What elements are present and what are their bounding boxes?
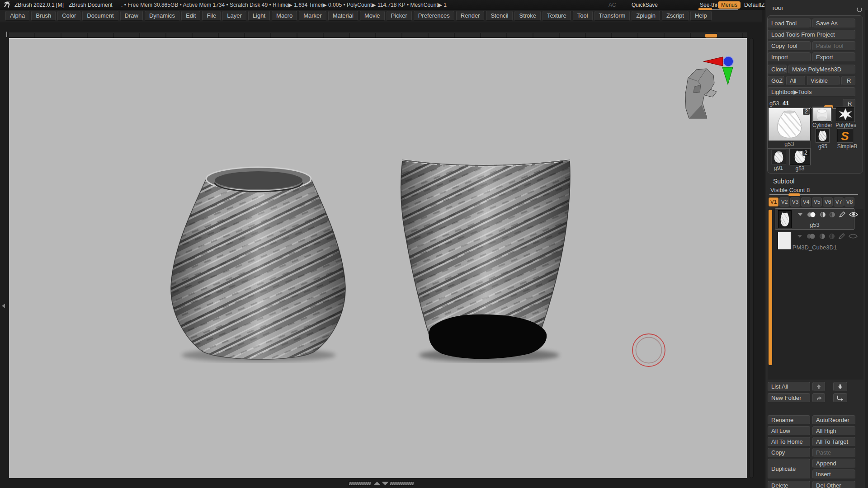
canvas-vertical-scrollbar[interactable]: [749, 38, 754, 478]
all-to-home-button[interactable]: All To Home: [768, 437, 810, 446]
duplicate-button[interactable]: Duplicate: [768, 459, 810, 479]
subtool-flipdown-icon[interactable]: [797, 233, 803, 239]
subtool-tab-v1[interactable]: V1: [769, 197, 778, 206]
tray-expand-icon[interactable]: [373, 482, 381, 485]
polypaint-toggle-icon[interactable]: [807, 211, 816, 218]
menu-preferences[interactable]: Preferences: [414, 11, 454, 21]
subtool-tab-v4[interactable]: V4: [801, 197, 811, 206]
menu-render[interactable]: Render: [456, 11, 485, 21]
menu-edit[interactable]: Edit: [181, 11, 200, 21]
make-polymesh3d-button[interactable]: Make PolyMesh3D: [788, 65, 855, 74]
menu-document[interactable]: Document: [82, 11, 118, 21]
menu-dynamics[interactable]: Dynamics: [145, 11, 179, 21]
all-high-button[interactable]: All High: [812, 426, 855, 436]
tray-resize-handle-left[interactable]: [349, 481, 371, 486]
goz-r-button[interactable]: R: [841, 76, 855, 85]
menu-draw[interactable]: Draw: [120, 11, 143, 21]
menu-picker[interactable]: Picker: [387, 11, 412, 21]
menu-brush[interactable]: Brush: [31, 11, 56, 21]
move-down-button[interactable]: [833, 382, 847, 391]
export-button[interactable]: Export: [812, 52, 855, 62]
rename-button[interactable]: Rename: [768, 415, 810, 425]
menu-marker[interactable]: Marker: [299, 11, 326, 21]
menu-tool[interactable]: Tool: [573, 11, 593, 21]
import-button[interactable]: Import: [768, 52, 811, 62]
menu-material[interactable]: Material: [328, 11, 358, 21]
menu-zscript[interactable]: Zscript: [662, 11, 689, 21]
move-into-folder-button[interactable]: [833, 393, 847, 403]
lightbox-tools-button[interactable]: Lightbox▶Tools: [768, 87, 855, 97]
copy-subtool-button[interactable]: Copy: [768, 448, 810, 457]
delete-button[interactable]: Delete: [768, 481, 810, 488]
tray-collapse-icon[interactable]: [382, 482, 389, 485]
canvas-top-scroll-handle[interactable]: [705, 34, 717, 38]
goz-visible-button[interactable]: Visible: [807, 76, 840, 85]
menu-help[interactable]: Help: [690, 11, 712, 21]
tray-resize-handle-right[interactable]: [390, 481, 414, 486]
tool-palette-menu-icon[interactable]: [856, 6, 863, 14]
visible-count-slider[interactable]: Visible Count 8: [770, 187, 810, 193]
camera-gizmo[interactable]: [685, 56, 733, 118]
contrast-circle-icon[interactable]: [829, 211, 835, 218]
subtool-tab-v6[interactable]: V6: [823, 197, 833, 206]
menu-layer[interactable]: Layer: [222, 11, 246, 21]
paste-tool-button[interactable]: Paste Tool: [812, 41, 855, 51]
tool-panel-scrollbar[interactable]: [865, 10, 868, 488]
all-to-target-button[interactable]: All To Target: [812, 437, 855, 446]
subtool-tab-v5[interactable]: V5: [812, 197, 822, 206]
save-as-button[interactable]: Save As: [812, 19, 855, 28]
halftone-circle-icon[interactable]: [820, 211, 826, 218]
new-folder-button[interactable]: New Folder: [768, 393, 810, 403]
paste-subtool-button[interactable]: Paste: [812, 448, 855, 457]
menu-light[interactable]: Light: [248, 11, 270, 21]
polypaint-toggle-icon[interactable]: [806, 233, 816, 239]
load-tool-button[interactable]: Load Tool: [768, 19, 811, 28]
subtool-tab-v3[interactable]: V3: [790, 197, 800, 206]
simplebrush-tool-thumbnail[interactable]: S: [837, 129, 853, 142]
insert-button[interactable]: Insert: [812, 469, 855, 479]
canvas-top-scrollbar[interactable]: [9, 33, 747, 38]
sculpt-vase-right[interactable]: [401, 160, 570, 359]
quicksave-button[interactable]: QuickSave: [632, 2, 658, 8]
menu-file[interactable]: File: [202, 11, 221, 21]
subtool-tab-v7[interactable]: V7: [834, 197, 844, 206]
g95-tool-thumbnail[interactable]: [816, 129, 829, 142]
visible-count-handle[interactable]: [788, 193, 800, 196]
subtool-tab-v2[interactable]: V2: [779, 197, 789, 206]
eye-visibility-icon[interactable]: [848, 233, 858, 239]
goz-button[interactable]: GoZ: [768, 76, 784, 85]
menu-stencil[interactable]: Stencil: [486, 11, 513, 21]
goz-all-button[interactable]: All: [786, 76, 805, 85]
sculpt-vase-left[interactable]: [171, 167, 345, 359]
menu-alpha[interactable]: Alpha: [5, 11, 29, 21]
menu-movie[interactable]: Movie: [360, 11, 385, 21]
menu-color[interactable]: Color: [57, 11, 80, 21]
menus-button[interactable]: Menus: [718, 1, 741, 9]
del-other-button[interactable]: Del Other: [812, 481, 855, 488]
copy-tool-button[interactable]: Copy Tool: [768, 41, 811, 51]
move-out-folder-button[interactable]: [812, 393, 825, 403]
subtool-flipdown-icon[interactable]: [797, 211, 803, 218]
g91-tool-thumbnail[interactable]: [771, 150, 786, 164]
menu-stroke[interactable]: Stroke: [514, 11, 541, 21]
menu-zplugin[interactable]: Zplugin: [632, 11, 660, 21]
document-canvas[interactable]: [9, 38, 747, 478]
menu-transform[interactable]: Transform: [594, 11, 630, 21]
menu-texture[interactable]: Texture: [542, 11, 571, 21]
halftone-circle-icon[interactable]: [819, 233, 826, 239]
contrast-circle-icon[interactable]: [829, 233, 835, 239]
subtool-tab-v8[interactable]: V8: [844, 197, 854, 206]
paintbrush-icon[interactable]: [838, 233, 845, 239]
polymesh-star-tool-thumbnail[interactable]: [836, 107, 854, 122]
autoreorder-button[interactable]: AutoReorder: [812, 415, 855, 425]
menu-macro[interactable]: Macro: [272, 11, 297, 21]
paintbrush-icon[interactable]: [839, 211, 845, 218]
clone-button[interactable]: Clone: [768, 65, 787, 74]
move-up-button[interactable]: [812, 382, 825, 391]
left-tray-toggle-icon[interactable]: [2, 304, 5, 308]
subtool-row-g53[interactable]: g53: [775, 208, 854, 230]
load-tools-from-project-button[interactable]: Load Tools From Project: [768, 30, 855, 39]
g53-small-tool-thumbnail[interactable]: 2: [790, 149, 810, 165]
append-button[interactable]: Append: [812, 459, 855, 468]
cylinder-tool-thumbnail[interactable]: [813, 107, 831, 122]
